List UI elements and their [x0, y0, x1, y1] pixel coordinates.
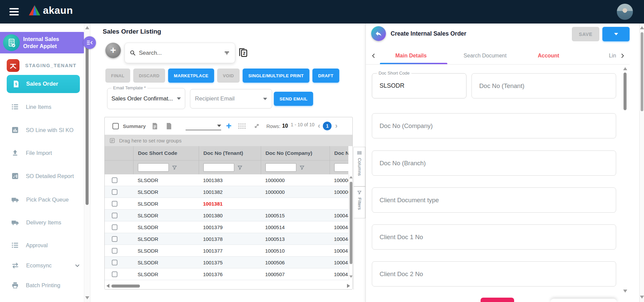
scrollbar-thumb[interactable] — [624, 73, 627, 110]
collapse-sidebar-button[interactable] — [83, 36, 96, 49]
sidebar-item-ecomsync[interactable]: Ecomsync — [7, 259, 82, 272]
doc-no-company-field[interactable]: Doc No (Company) — [372, 113, 616, 138]
single-multiple-print-button[interactable]: SINGLE/MULTIPLE PRINT — [243, 69, 309, 83]
scroll-up-arrow[interactable] — [623, 67, 627, 70]
add-record-button[interactable]: + — [105, 43, 121, 58]
filter-lines-icon[interactable] — [224, 50, 230, 56]
table-row[interactable]: SLSODR 1001375 1000506 1000434 — [105, 257, 348, 268]
doc-no-tenant-field[interactable]: Doc No (Tenant) — [472, 73, 616, 98]
row-checkbox[interactable] — [112, 189, 117, 195]
filter-funnel-icon[interactable] — [299, 165, 305, 170]
scroll-left-arrow[interactable] — [106, 284, 109, 288]
row-checkbox[interactable] — [112, 236, 117, 242]
doc-no-branch-field[interactable]: Doc No (Branch) — [372, 150, 616, 176]
scrollbar-thumb[interactable] — [641, 32, 643, 111]
sidebar-item-file-import[interactable]: File Import — [7, 146, 82, 160]
scrollbar-thumb[interactable] — [111, 285, 140, 288]
recipient-email-select[interactable]: Recipient Email — [190, 89, 272, 109]
table-row[interactable]: SLSODR 1001382 1000000 1000000 — [105, 186, 348, 198]
column-filter-input[interactable] — [203, 163, 234, 172]
table-row[interactable]: SLSODR 1001378 1000513 1000441 — [105, 233, 348, 245]
table-row[interactable]: SLSODR 1001376 1000507 1000435 — [105, 268, 348, 280]
next-page-icon[interactable]: › — [335, 122, 337, 130]
export-document-icon[interactable] — [151, 122, 159, 130]
sidebar-item-so-line-with-si-ko[interactable]: SO Line with SI KO — [7, 123, 82, 137]
row-checkbox[interactable] — [112, 248, 117, 254]
grid-columns-icon[interactable] — [238, 123, 246, 129]
table-row[interactable]: SLSODR 1001379 1000514 1000442 — [105, 221, 348, 233]
table-row[interactable]: SLSODR 1001380 1000515 1000443 — [105, 210, 348, 221]
filters-tab[interactable]: Filters — [354, 186, 365, 218]
chevron-down-icon[interactable] — [75, 263, 80, 268]
email-template-select[interactable]: Email Template * Sales Order Confirmat..… — [107, 88, 185, 109]
save-button[interactable]: SAVE — [572, 27, 599, 41]
scrollbar-thumb[interactable] — [86, 38, 89, 205]
sidebar-item-sales-order[interactable]: $ Sales Order — [7, 75, 80, 93]
sidebar-item-tenant[interactable]: STAGING_TENANT — [7, 58, 81, 73]
sidebar-item-pick-pack-queue[interactable]: Pick Pack Queue — [7, 193, 82, 206]
void-button[interactable]: VOID — [217, 69, 240, 83]
tabs-scroll-left-icon[interactable] — [370, 53, 377, 59]
send-email-button[interactable]: SEND EMAIL — [274, 92, 313, 106]
table-row[interactable]: SLSODR 1001383 1000000 1000000 — [105, 174, 348, 186]
row-checkbox[interactable] — [112, 213, 117, 218]
view-select-dropdown[interactable] — [186, 122, 221, 130]
duplicate-view-icon[interactable]: 2 — [238, 47, 249, 58]
search-input[interactable] — [139, 50, 220, 56]
scroll-down-arrow[interactable] — [349, 275, 353, 278]
table-row[interactable]: SLSODR 1001377 1000510 1000438 — [105, 245, 348, 257]
scroll-down-arrow[interactable] — [85, 296, 89, 299]
column-filter-input[interactable] — [334, 163, 348, 172]
row-group-drop-zone[interactable]: Drag here to set row groups — [105, 135, 352, 146]
row-checkbox[interactable] — [112, 271, 117, 277]
summary-checkbox[interactable] — [112, 123, 119, 129]
doc-short-code-field[interactable]: Doc Short Code SLSODR — [372, 73, 466, 98]
expand-table-icon[interactable] — [253, 122, 260, 130]
column-filter-input[interactable] — [265, 163, 296, 172]
client-doc-1-no-field[interactable]: Client Doc 1 No — [372, 224, 616, 250]
table-row[interactable]: SLSODR 1001381 — [105, 198, 348, 210]
scroll-down-arrow[interactable] — [640, 296, 644, 299]
hamburger-menu-icon[interactable] — [9, 8, 19, 15]
column-header-doc-no-tenant[interactable]: Doc No (Tenant) — [199, 146, 261, 160]
sidebar-item-delivery-items[interactable]: Delivery Items — [7, 216, 82, 229]
column-header-doc-no-branch[interactable]: Doc No (Br — [330, 146, 348, 160]
scroll-up-arrow[interactable] — [85, 26, 89, 29]
client-doc-2-no-field[interactable]: Client Doc 2 No — [372, 261, 616, 287]
tab-line-items-clipped[interactable]: Lin — [609, 53, 619, 59]
user-avatar[interactable] — [617, 4, 633, 20]
discard-button[interactable]: DISCARD — [133, 69, 165, 83]
column-filter-input[interactable] — [138, 163, 169, 172]
bottom-action-button-partial[interactable] — [481, 298, 514, 302]
tab-account[interactable]: Account — [538, 53, 559, 59]
column-header-doc-short-code[interactable]: Doc Short Code — [133, 146, 199, 160]
column-header-doc-no-company[interactable]: Doc No (Company) — [261, 146, 330, 160]
actions-dropdown-button[interactable] — [602, 27, 630, 41]
sidebar-item-batch-printing[interactable]: Batch Printing — [7, 278, 82, 292]
draft-button[interactable]: DRAFT — [312, 69, 339, 83]
final-button[interactable]: FINAL — [105, 69, 130, 83]
scroll-down-arrow[interactable] — [623, 290, 627, 293]
row-checkbox[interactable] — [112, 260, 117, 265]
row-checkbox[interactable] — [112, 201, 117, 207]
sidebar-item-line-items[interactable]: Line Items — [7, 100, 82, 114]
row-checkbox[interactable] — [112, 224, 117, 230]
filter-funnel-icon[interactable] — [237, 165, 243, 170]
tabs-scroll-right-icon[interactable] — [620, 53, 626, 59]
scrollbar-thumb[interactable] — [350, 182, 352, 264]
scroll-up-arrow[interactable] — [640, 26, 644, 29]
file-icon[interactable] — [165, 122, 173, 130]
scroll-up-arrow[interactable] — [349, 176, 353, 178]
back-button[interactable] — [371, 26, 386, 41]
filter-funnel-icon[interactable] — [172, 165, 177, 170]
sidebar-item-so-detailed-report[interactable]: SO Detailed Report — [7, 169, 82, 183]
tab-search-document[interactable]: Search Document — [463, 53, 506, 59]
columns-tab[interactable]: Columns — [354, 147, 365, 186]
client-document-type-field[interactable]: Client Document type — [372, 187, 616, 213]
sidebar-item-approval[interactable]: Approval — [7, 239, 82, 252]
previous-page-icon[interactable]: ‹ — [318, 122, 320, 130]
row-checkbox[interactable] — [112, 177, 117, 183]
tab-main-details[interactable]: Main Details — [395, 53, 427, 59]
marketplace-button[interactable]: MARKETPLACE — [168, 69, 214, 83]
current-page-badge[interactable]: 1 — [323, 122, 332, 130]
